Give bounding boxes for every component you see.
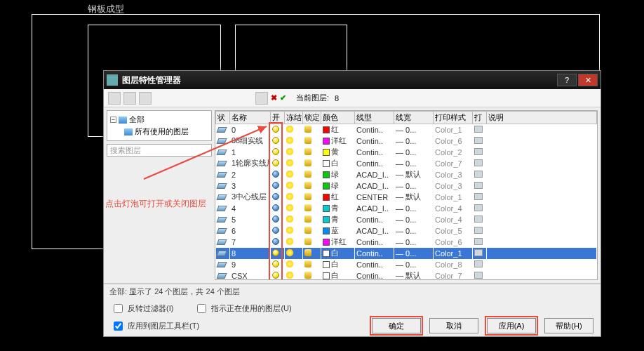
set-current-button[interactable]: ✔ [280, 93, 286, 102]
sun-icon[interactable] [286, 182, 293, 189]
lock-icon[interactable] [304, 249, 311, 256]
layer-lineweight[interactable]: — 0... [394, 259, 434, 270]
printer-icon[interactable] [474, 148, 483, 155]
layer-row[interactable]: 3绿ACAD_I..— 0...Color_3 [216, 180, 597, 192]
bulb-icon[interactable] [272, 159, 279, 166]
layer-linetype[interactable]: Contin.. [355, 214, 394, 225]
layer-lineweight[interactable]: — 0... [394, 158, 434, 169]
layer-color[interactable]: 青 [321, 203, 355, 214]
printer-icon[interactable] [474, 216, 483, 223]
layer-linetype[interactable]: Contin.. [355, 135, 394, 147]
lock-icon[interactable] [304, 159, 311, 166]
layer-row[interactable]: 9白Contin..— 0...Color_8 [216, 259, 597, 270]
col-name[interactable]: 名称 [230, 112, 271, 124]
bulb-icon[interactable] [272, 227, 279, 234]
bulb-icon[interactable] [272, 204, 279, 211]
layer-lineweight[interactable]: — 0... [394, 214, 434, 225]
layer-color[interactable]: 白 [321, 158, 355, 169]
layer-lineweight[interactable]: — 0... [394, 135, 434, 147]
layer-linetype[interactable]: Contin.. [355, 124, 394, 135]
new-filter-button[interactable] [108, 92, 121, 105]
layer-lineweight[interactable]: — 0... [394, 225, 434, 237]
layer-lineweight[interactable]: — 0... [394, 237, 434, 248]
grid-header[interactable]: 状 名称 开 冻结 锁定 颜色 线型 线宽 打印样式 打 说明 [216, 112, 597, 124]
bulb-icon[interactable] [272, 238, 279, 245]
cancel-button[interactable]: 取消 [429, 318, 478, 333]
layer-color[interactable]: 绿 [321, 180, 355, 192]
layer-color[interactable]: 洋红 [321, 237, 355, 248]
lock-icon[interactable] [304, 182, 311, 189]
layer-row[interactable]: 3中心线层红CENTER— 默认Color_1 [216, 192, 597, 203]
col-linetype[interactable]: 线型 [355, 112, 394, 124]
lock-icon[interactable] [304, 204, 311, 211]
layer-plotstyle[interactable]: Color_1 [434, 248, 473, 259]
sun-icon[interactable] [286, 249, 293, 256]
layer-plotstyle[interactable]: Color_4 [434, 203, 473, 214]
col-plot[interactable]: 打 [473, 112, 487, 124]
layer-row[interactable]: 0红Contin..— 0...Color_1 [216, 124, 597, 135]
layer-row[interactable]: 8白Contin..— 0...Color_1 [216, 248, 597, 259]
layer-linetype[interactable]: ACAD_I.. [355, 203, 394, 214]
invert-filter-check[interactable]: 反转过滤器(I) [111, 302, 173, 315]
layer-lineweight[interactable]: — 默认 [394, 169, 434, 180]
lock-icon[interactable] [304, 216, 311, 223]
layer-plotstyle[interactable]: Color_7 [434, 270, 473, 281]
layer-row[interactable]: 5青Contin..— 0...Color_4 [216, 214, 597, 225]
layer-lineweight[interactable]: — 0... [394, 180, 434, 192]
layer-linetype[interactable]: ACAD_I.. [355, 180, 394, 192]
bulb-icon[interactable] [272, 137, 279, 144]
sun-icon[interactable] [286, 126, 293, 133]
layer-grid[interactable]: 状 名称 开 冻结 锁定 颜色 线型 线宽 打印样式 打 说明 0红Contin… [215, 110, 598, 280]
layer-row[interactable]: 2绿ACAD_I..— 默认Color_3 [216, 169, 597, 180]
layer-color[interactable]: 洋红 [321, 135, 355, 147]
layer-row[interactable]: CSX白Contin..— 默认Color_7 [216, 270, 597, 281]
layer-plotstyle[interactable]: Color_8 [434, 259, 473, 270]
layer-lineweight[interactable]: — 0... [394, 147, 434, 158]
apply-toolbar-checkbox[interactable] [114, 322, 123, 331]
bulb-icon[interactable] [272, 171, 279, 178]
layer-plotstyle[interactable]: Color_1 [434, 192, 473, 203]
layer-row[interactable]: 4青ACAD_I..— 0...Color_4 [216, 203, 597, 214]
invert-filter-checkbox[interactable] [114, 304, 123, 313]
layer-row[interactable]: 1黄Contin..— 0...Color_2 [216, 147, 597, 158]
sun-icon[interactable] [286, 148, 293, 155]
layer-linetype[interactable]: Contin.. [355, 270, 394, 281]
layer-lineweight[interactable]: — 0... [394, 124, 434, 135]
bulb-icon[interactable] [272, 182, 279, 189]
lock-icon[interactable] [304, 148, 311, 155]
lock-icon[interactable] [304, 193, 311, 200]
sun-icon[interactable] [286, 260, 293, 267]
layer-color[interactable]: 红 [321, 124, 355, 135]
layer-plotstyle[interactable]: Color_3 [434, 180, 473, 192]
col-lock[interactable]: 锁定 [303, 112, 321, 124]
tree-child[interactable]: 所有使用的图层 [124, 126, 208, 138]
layer-plotstyle[interactable]: Color_7 [434, 158, 473, 169]
layer-row[interactable]: 08细实线洋红Contin..— 0...Color_6 [216, 135, 597, 147]
sun-icon[interactable] [286, 193, 293, 200]
layer-linetype[interactable]: Contin.. [355, 259, 394, 270]
layer-plotstyle[interactable]: Color_6 [434, 237, 473, 248]
bulb-icon[interactable] [272, 260, 279, 267]
bulb-icon[interactable] [272, 249, 279, 256]
layer-row[interactable]: 7洋红Contin..— 0...Color_6 [216, 237, 597, 248]
search-input[interactable]: 搜索图层 [107, 144, 212, 157]
bulb-icon[interactable] [272, 272, 279, 279]
apply-toolbar-check[interactable]: 应用到图层工具栏(T) [111, 318, 199, 333]
sun-icon[interactable] [286, 227, 293, 234]
layer-color[interactable]: 青 [321, 214, 355, 225]
layer-lineweight[interactable]: — 默认 [394, 270, 434, 281]
bulb-icon[interactable] [272, 216, 279, 223]
sun-icon[interactable] [286, 238, 293, 245]
sun-icon[interactable] [286, 216, 293, 223]
lock-icon[interactable] [304, 171, 311, 178]
in-use-check[interactable]: 指示正在使用的图层(U) [194, 302, 291, 315]
bulb-icon[interactable] [272, 148, 279, 155]
collapse-icon[interactable]: − [110, 117, 116, 123]
new-group-button[interactable] [123, 92, 136, 105]
layer-lineweight[interactable]: — 默认 [394, 192, 434, 203]
layer-plotstyle[interactable]: Color_4 [434, 214, 473, 225]
apply-button[interactable]: 应用(A) [487, 318, 536, 333]
layer-row[interactable]: 1轮廓实线层白Contin..— 0...Color_7 [216, 158, 597, 169]
close-button[interactable]: ✕ [578, 74, 598, 86]
layer-linetype[interactable]: ACAD_I.. [355, 225, 394, 237]
